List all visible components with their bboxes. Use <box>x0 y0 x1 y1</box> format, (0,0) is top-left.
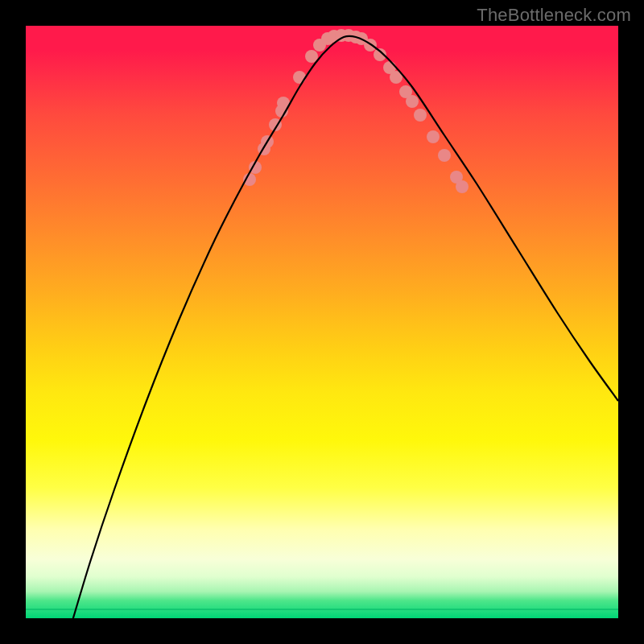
bottleneck-curve-svg <box>26 26 618 618</box>
plot-area <box>26 26 618 618</box>
marker-group <box>243 29 469 193</box>
data-marker <box>427 130 440 143</box>
data-marker <box>406 95 419 108</box>
bottleneck-curve-path <box>66 36 618 618</box>
data-marker <box>456 180 469 193</box>
data-marker <box>438 149 451 162</box>
data-marker <box>414 109 427 122</box>
watermark-text: TheBottleneck.com <box>477 5 631 26</box>
data-marker <box>293 71 306 84</box>
chart-frame: TheBottleneck.com <box>0 0 644 644</box>
